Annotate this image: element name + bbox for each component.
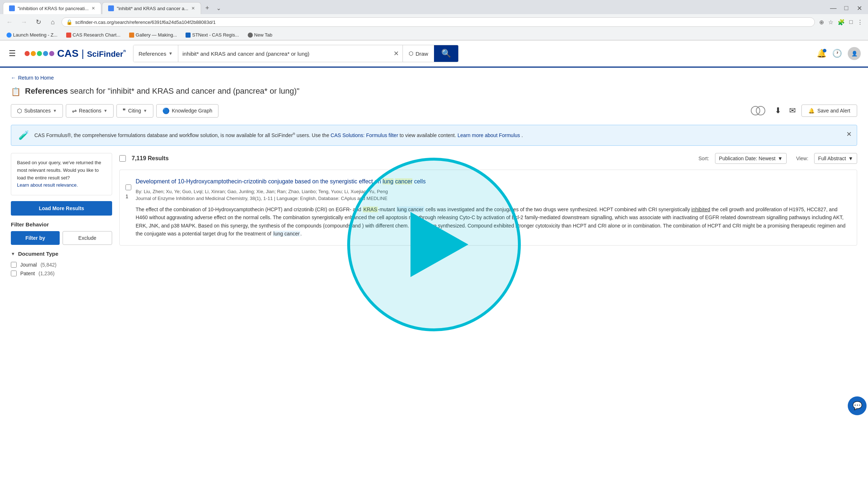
filter-item-patent: Patent (1,236) [11,269,112,278]
search-type-dropdown[interactable]: References ▼ [133,45,178,62]
reload-button[interactable]: ↻ [33,16,44,28]
citing-button[interactable]: ❞ Citing ▼ [116,104,153,118]
email-button[interactable]: ✉ [787,104,798,118]
save-alert-button[interactable]: 🔔 Save and Alert [801,105,857,117]
page-content: ← Return to Home 📋 References search for… [0,68,868,285]
bookmark-zoom[interactable]: Launch Meeting - Z... [4,31,60,38]
minimize-button[interactable]: — [827,3,839,14]
maximize-button[interactable]: □ [841,3,852,14]
header-actions: 🔔 🕐 👤 [817,47,861,60]
browser-tab-2[interactable]: "inhibit* and KRAS and cancer a... ✕ [102,2,201,14]
load-more-button[interactable]: Load More Results [11,201,112,216]
tab-close-1[interactable]: ✕ [92,6,95,11]
filter-item-journal: Journal (5,842) [11,260,112,269]
result-number-1: 1 [125,194,131,199]
home-button[interactable]: ⌂ [47,16,59,28]
alert-bell-button[interactable]: 🔔 [817,49,826,58]
result-card-inner-1: 1 Development of 10-Hydroxycamptothecin-… [120,170,857,245]
browser-chrome: "inhibition of KRAS for pancreati... ✕ "… [0,0,868,41]
sort-value: Publication Date: Newest [719,156,775,161]
draw-icon: ⬡ [409,50,413,57]
bookmark-label-newtab: New Tab [254,32,272,38]
bookmark-gallery[interactable]: Gallery — Making... [126,31,180,38]
extensions-button[interactable]: 🧩 [836,17,846,27]
filter-label-journal: Journal [20,262,37,268]
notification-dot [823,49,826,52]
email-icon: ✉ [789,106,796,115]
save-alert-bell-icon: 🔔 [808,108,814,114]
back-button[interactable]: ← [4,16,15,28]
result-abstract-1: The effect of the combination of 10-Hydr… [136,205,850,238]
sort-dropdown[interactable]: Publication Date: Newest ▼ [715,153,787,164]
filter-checkbox-patent[interactable] [11,271,17,276]
knowledge-graph-button[interactable]: 🔵 Knowledge Graph [156,104,218,118]
tab-close-2[interactable]: ✕ [191,6,195,11]
download-button[interactable]: ⬇ [773,104,783,118]
document-type-chevron: ▼ [11,251,15,256]
reactions-label: Reactions [79,108,101,114]
logo-circle-purple [49,51,54,56]
more-button[interactable]: ⋮ [856,17,864,27]
filter-by-button[interactable]: Filter by [11,231,60,245]
bookmark-cas[interactable]: CAS Research Chart... [63,31,123,38]
address-bar[interactable]: 🔒 scifinder-n.cas.org/search/reference/6… [61,17,815,27]
search-input[interactable] [178,51,390,57]
search-icon: 🔍 [441,49,451,58]
alert-link-1[interactable]: CAS Solutions: Formulus filter [331,132,398,138]
view-dropdown[interactable]: Full Abstract ▼ [814,153,857,164]
feedback-icon-button[interactable]: 💬 [848,396,867,415]
browser-tab-1[interactable]: "inhibition of KRAS for pancreati... ✕ [3,2,101,14]
alert-link-2[interactable]: Learn more about Formulus [458,132,520,138]
forward-button[interactable]: → [18,16,30,28]
page-title: References search for "inhibit* and KRAS… [25,86,299,96]
search-submit-button[interactable]: 🔍 [434,45,458,62]
document-type-header[interactable]: ▼ Document Type [11,251,112,257]
tab-overflow-button[interactable]: ⌄ [213,3,224,13]
bookmark-stnext[interactable]: STNext - CAS Regis... [183,31,242,38]
bookmark-newtab[interactable]: New Tab [245,31,275,38]
app-header: ☰ CAS | SciFinderⁿ References ▼ ✕ ⬡ Draw… [0,41,868,68]
return-link[interactable]: ← Return to Home [11,75,857,81]
abstract-kw-lung-cancer-2: lung cancer [273,231,300,237]
user-avatar[interactable]: 👤 [848,47,861,60]
filter-section: Filter Behavior Filter by Exclude ▼ Docu… [11,221,112,278]
filter-behavior-label: Filter Behavior [11,221,112,228]
hamburger-menu-button[interactable]: ☰ [7,47,17,60]
sort-chevron: ▼ [778,156,783,161]
action-bar: ⬡ Substances ▼ ⇌ Reactions ▼ ❞ Citing ▼ … [11,104,857,118]
substances-button[interactable]: ⬡ Substances ▼ [11,104,63,118]
select-all-checkbox[interactable] [119,155,126,162]
abstract-kw-kras: KRAS [363,207,378,212]
scifinder-logo-text: SciFinderⁿ [87,48,126,59]
result-title-1[interactable]: Development of 10-Hydroxycamptothecin-cr… [136,177,850,186]
bookmark-button[interactable]: ☆ [827,17,835,27]
substances-icon: ⬡ [17,107,22,114]
main-layout: Based on your query, we've returned the … [11,153,857,278]
alert-close-button[interactable]: ✕ [846,130,852,138]
alert-banner-text: CAS Formulus®, the comprehensive formula… [34,130,523,139]
citing-chevron: ▼ [143,109,147,113]
relevance-link[interactable]: Learn about result relevance. [17,182,78,188]
page-title-area: 📋 References search for "inhibit* and KR… [11,86,857,97]
results-header: 7,119 Results Sort: Publication Date: Ne… [119,153,857,164]
reactions-button[interactable]: ⇌ Reactions ▼ [66,104,114,118]
result-checkbox-1[interactable] [125,184,131,190]
filter-checkbox-journal[interactable] [11,262,17,268]
history-button[interactable]: 🕐 [832,49,842,58]
citing-icon: ❞ [123,107,126,114]
document-type-label: Document Type [18,251,58,257]
cas-logo: CAS | SciFinderⁿ [25,48,126,59]
search-clear-button[interactable]: ✕ [390,50,403,58]
draw-button[interactable]: ⬡ Draw [403,45,434,62]
exclude-button[interactable]: Exclude [63,231,112,245]
return-link-label: Return to Home [18,75,54,81]
abstract-kw-lung-cancer: lung cancer [396,207,424,212]
new-tab-button[interactable]: + [202,3,213,13]
knowledge-graph-label: Knowledge Graph [172,108,212,114]
draw-label: Draw [416,51,428,57]
close-button[interactable]: ✕ [854,3,865,14]
view-label: View: [796,156,808,161]
search-extensions-button[interactable]: ⊕ [818,17,825,27]
profile-button[interactable]: □ [848,17,854,27]
tab-label-2: "inhibit* and KRAS and cancer a... [117,6,188,11]
